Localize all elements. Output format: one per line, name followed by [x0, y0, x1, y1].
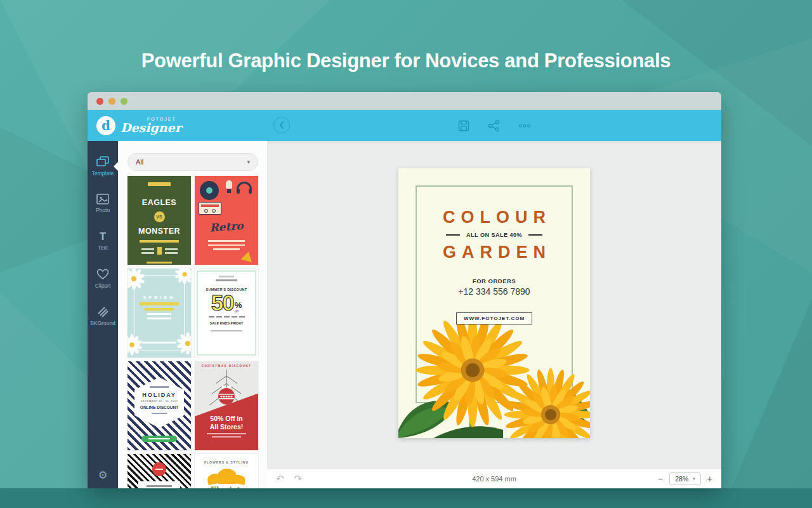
microphone-icon	[226, 180, 232, 189]
minimize-window-button[interactable]	[108, 98, 115, 105]
app-toolbar: d FOTOJET Designer	[88, 110, 721, 141]
sidebar-item-text[interactable]: T Text	[88, 222, 118, 260]
chevron-down-icon: ▾	[247, 159, 250, 165]
template-text: MONSTER	[128, 227, 191, 236]
template-card-holiday[interactable]: HOLIDAY DECEMBER 22 - 30, 2017 ONLINE DI…	[128, 361, 191, 450]
text-icon: T	[100, 231, 106, 242]
sidebar-item-clipart[interactable]: Clipart	[88, 260, 118, 297]
sidebar: Template Photo T Text Clipart	[88, 141, 118, 488]
zoom-window-button[interactable]	[121, 98, 128, 105]
app-window: d FOTOJET Designer	[88, 92, 721, 488]
undo-icon: ↶	[276, 473, 284, 484]
brand-name-script: Designer	[121, 122, 181, 134]
status-bar: ↶ ↷ 420 x 594 mm − 28% ▾ +	[267, 469, 721, 488]
template-text: 50	[211, 292, 233, 313]
poster-website-box[interactable]: WWW.FOTOJET.COM	[456, 312, 532, 324]
share-icon	[488, 120, 501, 131]
canvas-dimensions: 420 x 594 mm	[267, 475, 721, 483]
sidebar-item-label: Template	[92, 170, 114, 177]
template-category-dropdown[interactable]: All ▾	[128, 153, 258, 171]
poster-title-top[interactable]: COLOUR	[398, 208, 590, 227]
template-text: FLOWERS & STYLING	[195, 460, 258, 464]
template-text: CHRISTMAS DISCOUNT	[195, 364, 258, 368]
template-grid: EAGLES VS MONSTER	[128, 176, 258, 488]
canvas-column: COLOUR ALL ON SALE 40% GARDEN FOR ORDERS…	[267, 141, 721, 488]
flower-illustration	[195, 469, 258, 484]
undo-button[interactable]: ↶	[276, 473, 284, 485]
fotojet-logo-icon: d	[96, 116, 115, 135]
template-icon	[96, 156, 109, 168]
poster-sale-line[interactable]: ALL ON SALE 40%	[466, 232, 522, 238]
close-window-button[interactable]	[96, 98, 103, 105]
headphones-icon	[237, 182, 252, 190]
template-text: VS	[154, 211, 165, 222]
design-canvas[interactable]: COLOUR ALL ON SALE 40% GARDEN FOR ORDERS…	[267, 141, 721, 469]
more-options-button[interactable]	[518, 119, 531, 132]
sidebar-item-background[interactable]: BKGround	[88, 297, 118, 335]
photo-icon	[96, 194, 109, 204]
cassette-icon	[199, 202, 221, 215]
zoom-level-value: 28%	[675, 475, 688, 483]
template-text: ONLINE DISCOUNT	[134, 405, 184, 410]
template-text: Retro	[195, 218, 258, 236]
poster-phone[interactable]: +12 334 556 7890	[398, 286, 590, 297]
poster-orders-label[interactable]: FOR ORDERS	[398, 277, 590, 284]
template-text: SPRING	[128, 295, 191, 300]
background-icon	[97, 306, 109, 318]
save-icon	[458, 120, 469, 131]
template-text: DECEMBER 22 - 30, 2017	[134, 399, 184, 403]
template-text: Floristy	[195, 485, 258, 488]
brand-logo: d FOTOJET Designer	[88, 116, 267, 135]
template-text: SALE ENDS FRIDAY	[195, 321, 258, 325]
template-text: HOLIDAY	[134, 392, 184, 398]
dropdown-selected-value: All	[136, 158, 143, 166]
template-card-summer-discount[interactable]: SUMMER'S DISCOUNT 50 % off SALE ENDS FRI…	[195, 269, 258, 358]
sidebar-item-photo[interactable]: Photo	[88, 185, 118, 222]
ellipsis-icon	[518, 123, 531, 128]
titlebar	[88, 92, 721, 110]
gerbera-flowers-photo	[398, 314, 590, 438]
heart-icon	[96, 269, 109, 280]
settings-button[interactable]: ⚙	[88, 469, 118, 482]
poster-artboard[interactable]: COLOUR ALL ON SALE 40% GARDEN FOR ORDERS…	[398, 168, 590, 438]
sidebar-item-template[interactable]: Template	[88, 147, 118, 185]
template-text: EAGLES	[128, 198, 191, 207]
template-card-eagles-monster[interactable]: EAGLES VS MONSTER	[128, 176, 191, 265]
template-panel: All ▾ EAGLES VS MONSTER	[118, 141, 267, 488]
template-card-christmas-discount[interactable]: CHRISTMAS DISCOUNT	[195, 361, 258, 450]
sidebar-item-label: Text	[98, 244, 108, 251]
poster-title-bottom[interactable]: GARDEN	[398, 243, 590, 262]
sidebar-item-label: BKGround	[90, 320, 115, 326]
zoom-out-button[interactable]: −	[658, 474, 663, 483]
template-card-spring[interactable]: SPRING	[128, 269, 191, 358]
redo-button[interactable]: ↷	[294, 473, 303, 485]
template-card-clearance[interactable]	[128, 454, 191, 488]
template-text: 50% Off in	[195, 415, 258, 423]
save-button[interactable]	[457, 119, 470, 132]
template-card-floristy[interactable]: FLOWERS & STYLING Floristy	[195, 454, 258, 488]
share-button[interactable]	[488, 119, 501, 132]
sidebar-item-label: Clipart	[95, 283, 111, 289]
gear-icon: ⚙	[98, 469, 107, 481]
template-card-retro[interactable]: Retro	[195, 176, 258, 265]
template-text: All Stores!	[195, 423, 258, 431]
zoom-level-dropdown[interactable]: 28% ▾	[669, 472, 701, 485]
zoom-in-button[interactable]: +	[707, 474, 712, 483]
caret-down-icon: ▾	[693, 476, 695, 481]
page-title: Powerful Graphic Designer for Novices an…	[0, 50, 812, 72]
template-text: %	[235, 301, 242, 309]
sidebar-item-label: Photo	[96, 207, 110, 213]
redo-icon: ↷	[294, 473, 303, 484]
vinyl-record-icon	[200, 181, 219, 200]
